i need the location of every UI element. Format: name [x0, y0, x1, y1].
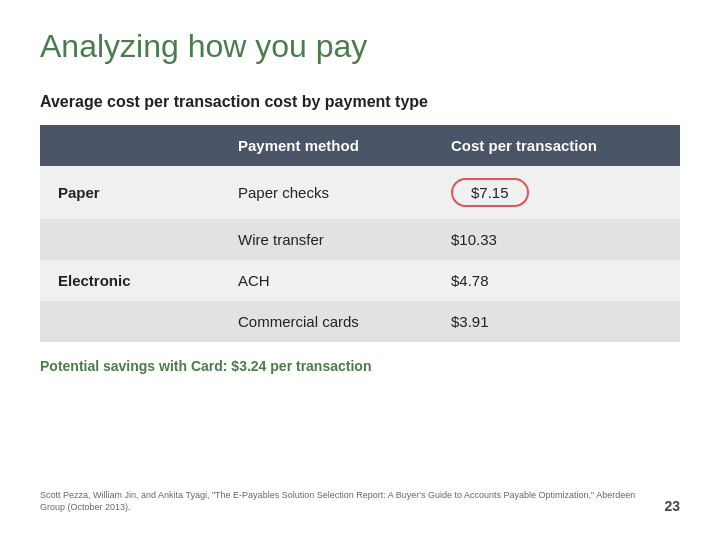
header-category: [40, 125, 220, 166]
footer-citation: Scott Pezza, William Jin, and Ankita Tya…: [40, 489, 660, 514]
method-wire-transfer: Wire transfer: [220, 219, 433, 260]
table-row: Paper Paper checks $7.15: [40, 166, 680, 219]
cost-ach: $4.78: [433, 260, 680, 301]
subtitle: Average cost per transaction cost by pay…: [40, 93, 680, 111]
page-container: Analyzing how you pay Average cost per t…: [0, 0, 720, 418]
cost-table: Payment method Cost per transaction Pape…: [40, 125, 680, 342]
category-electronic: Electronic: [40, 260, 220, 301]
table-row: Commercial cards $3.91: [40, 301, 680, 342]
category-paper: Paper: [40, 166, 220, 219]
method-commercial-cards: Commercial cards: [220, 301, 433, 342]
category-commercial: [40, 301, 220, 342]
cost-paper-checks: $7.15: [433, 166, 680, 219]
table-row: Wire transfer $10.33: [40, 219, 680, 260]
category-wire: [40, 219, 220, 260]
method-ach: ACH: [220, 260, 433, 301]
method-paper-checks: Paper checks: [220, 166, 433, 219]
cost-wire-transfer: $10.33: [433, 219, 680, 260]
savings-note: Potential savings with Card: $3.24 per t…: [40, 358, 680, 374]
page-number: 23: [664, 498, 680, 514]
cost-commercial-cards: $3.91: [433, 301, 680, 342]
highlighted-cost-badge: $7.15: [451, 178, 529, 207]
table-row: Electronic ACH $4.78: [40, 260, 680, 301]
table-header-row: Payment method Cost per transaction: [40, 125, 680, 166]
header-payment-method: Payment method: [220, 125, 433, 166]
main-title: Analyzing how you pay: [40, 28, 680, 65]
header-cost: Cost per transaction: [433, 125, 680, 166]
